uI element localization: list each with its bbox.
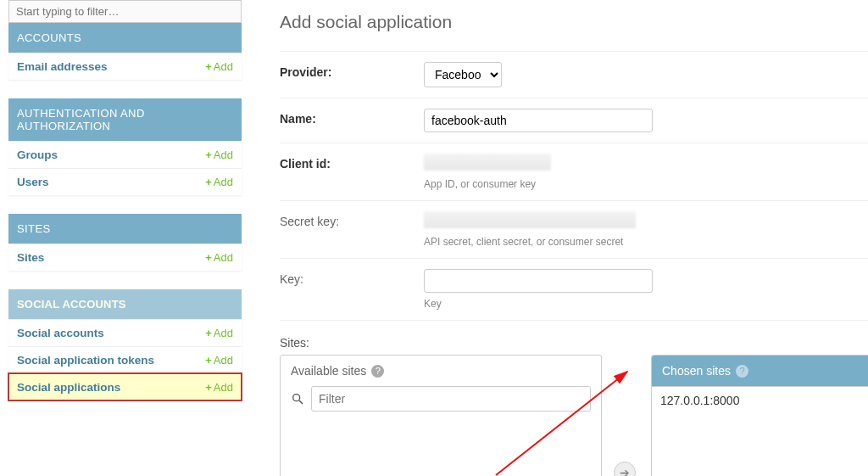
help-client-id: App ID, or consumer key [424,178,868,190]
help-key: Key [424,298,868,310]
label-provider: Provider: [280,62,424,79]
model-link-social-applications[interactable]: Social applications [17,381,120,394]
plus-icon: + [205,60,212,73]
chosen-sites-header: Chosen sites [662,364,731,378]
label-name: Name: [280,109,424,126]
model-link-users[interactable]: Users [17,176,49,188]
model-link-social-application-tokens[interactable]: Social application tokens [17,354,154,367]
add-link-sites[interactable]: +Add [205,251,233,264]
available-sites-filter-input[interactable] [311,386,591,412]
help-secret: API secret, client secret, or consumer s… [424,236,868,248]
add-link-social-applications[interactable]: +Add [205,381,233,394]
section-header-accounts: ACCOUNTS [8,23,242,53]
model-row-sites: Sites +Add [8,244,242,271]
plus-icon: + [205,148,212,161]
model-row-email-addresses: Email addresses +Add [8,53,242,80]
available-sites-header: Available sites [291,364,366,378]
plus-icon: + [205,381,212,394]
model-link-groups[interactable]: Groups [17,148,58,161]
model-row-social-application-tokens: Social application tokens +Add [8,346,242,373]
help-icon[interactable]: ? [736,365,748,378]
svg-point-0 [293,395,300,401]
plus-icon: + [205,327,212,339]
label-client-id: Client id: [280,154,424,171]
form: Provider: Facebook Name: Client id: App … [280,51,868,321]
plus-icon: + [205,354,212,367]
svg-line-1 [299,400,303,404]
add-link-social-application-tokens[interactable]: +Add [205,354,233,367]
client-id-redacted [424,154,551,171]
section-header-social-accounts: SOCIAL ACCOUNTS [8,289,242,319]
model-link-email-addresses[interactable]: Email addresses [17,60,108,73]
model-row-users: Users +Add [8,168,242,195]
key-input[interactable] [424,269,653,293]
label-key: Key: [280,269,424,286]
search-icon [291,392,304,406]
section-header-auth: AUTHENTICATION AND AUTHORIZATION [8,98,242,141]
plus-icon: + [205,251,212,264]
page-title: Add social application [280,0,868,51]
sidebar: ACCOUNTS Email addresses +Add AUTHENTICA… [0,0,242,476]
available-sites-list[interactable] [281,420,601,476]
available-sites-selector: Available sites ? [280,355,602,476]
add-link-groups[interactable]: +Add [205,148,233,161]
model-row-social-accounts: Social accounts +Add [8,319,242,346]
add-link-social-accounts[interactable]: +Add [205,327,233,339]
provider-select[interactable]: Facebook [424,62,502,87]
model-row-groups: Groups +Add [8,141,242,168]
name-input[interactable] [424,109,653,132]
label-sites: Sites: [280,336,868,350]
section-header-sites: SITES [8,214,242,244]
chosen-site-item[interactable]: 127.0.0.1:8000 [660,394,868,407]
model-link-social-accounts[interactable]: Social accounts [17,327,104,339]
model-row-social-applications: Social applications +Add [8,373,242,400]
label-secret-key: Secret key: [280,211,424,228]
help-icon[interactable]: ? [371,365,384,378]
plus-icon: + [205,176,212,188]
secret-redacted [424,211,636,228]
move-right-button[interactable]: ➔ [614,462,636,476]
chosen-sites-list[interactable]: 127.0.0.1:8000 [651,387,868,476]
sidebar-filter-input[interactable] [8,0,242,23]
main-content: Add social application Provider: Faceboo… [242,0,868,476]
add-link-users[interactable]: +Add [205,176,233,188]
add-link-email-addresses[interactable]: +Add [205,60,233,73]
model-link-sites[interactable]: Sites [17,251,44,264]
